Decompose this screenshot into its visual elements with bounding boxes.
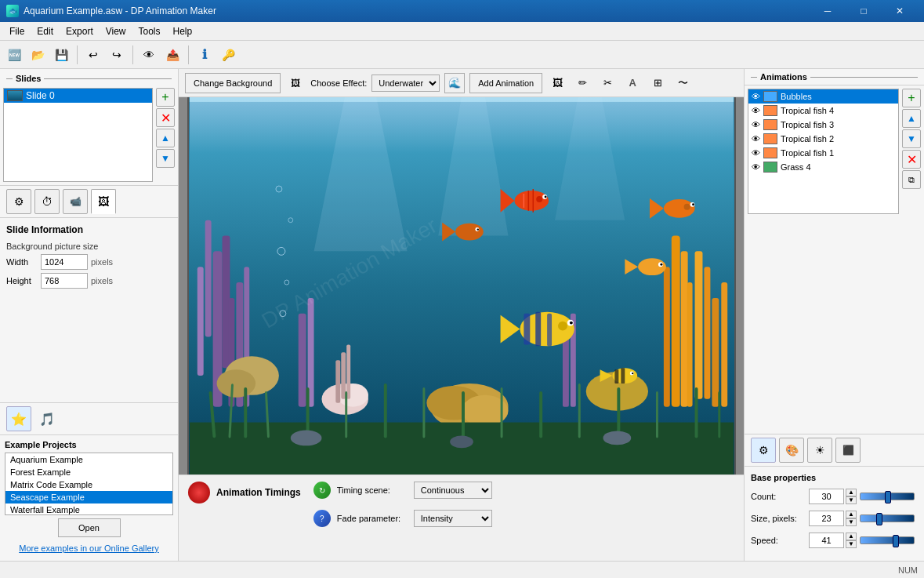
eye-icon-tropical1[interactable]: 👁	[752, 148, 760, 158]
add-anim-icon[interactable]: 🖼	[547, 73, 567, 93]
prop-tab-color[interactable]: 🎨	[779, 438, 804, 463]
remove-anim-button[interactable]: ✕	[902, 150, 921, 169]
slide-item-0[interactable]: Slide 0	[4, 89, 152, 103]
delete-anim-btn[interactable]: ✂	[597, 73, 618, 93]
anim-item-bubbles[interactable]: 👁 Bubbles	[748, 89, 898, 104]
svg-point-64	[544, 195, 546, 198]
feature-tabs: ⭐ 🎵	[0, 403, 178, 435]
redo-button[interactable]: ↪	[106, 44, 128, 66]
project-aquarium[interactable]: Aquarium Example	[5, 453, 172, 466]
music-tab[interactable]: 🎵	[34, 406, 60, 431]
wave-btn[interactable]: 〜	[672, 73, 693, 93]
anim-item-tropical3[interactable]: 👁 Tropical fish 3	[748, 118, 898, 132]
slides-list: Slide 0	[3, 88, 153, 182]
project-forest[interactable]: Forest Example	[5, 466, 172, 478]
open-project-button[interactable]: Open	[58, 518, 121, 537]
menu-file[interactable]: File	[3, 24, 31, 38]
slide-tab-video[interactable]: 📹	[63, 189, 88, 214]
move-slide-up-button[interactable]: ▲	[156, 129, 175, 147]
svg-rect-11	[205, 220, 211, 336]
copy-anim-button[interactable]: ⧉	[902, 170, 921, 189]
slide-tab-settings[interactable]: ⚙	[6, 189, 31, 214]
count-slider-thumb[interactable]	[885, 491, 891, 503]
gallery-link[interactable]: More examples in our Online Gallery	[5, 540, 173, 556]
menu-edit[interactable]: Edit	[31, 24, 60, 38]
size-label: Size, pixels:	[751, 514, 806, 523]
size-slider-thumb[interactable]	[876, 513, 882, 525]
svg-rect-47	[383, 383, 386, 437]
slide-tab-image[interactable]: 🖼	[91, 189, 116, 214]
save-button[interactable]: 💾	[50, 44, 72, 66]
undo-button[interactable]: ↩	[82, 44, 104, 66]
anim-item-tropical4[interactable]: 👁 Tropical fish 4	[748, 104, 898, 118]
size-down-button[interactable]: ▼	[846, 518, 857, 526]
text-anim-btn[interactable]: A	[622, 73, 643, 93]
project-matrix[interactable]: Matrix Code Example	[5, 478, 172, 491]
effect-preview-btn[interactable]: 🌊	[444, 73, 465, 93]
svg-point-81	[569, 321, 572, 324]
minimize-button[interactable]: ─	[810, 0, 846, 22]
edit-anim-btn[interactable]: ✏	[572, 73, 592, 93]
anim-item-grass4[interactable]: 👁 Grass 4	[748, 160, 898, 174]
anim-item-tropical2[interactable]: 👁 Tropical fish 2	[748, 132, 898, 146]
size-up-button[interactable]: ▲	[846, 511, 857, 518]
menu-export[interactable]: Export	[60, 24, 100, 38]
export-button[interactable]: 📤	[161, 44, 183, 66]
prop-tab-gear[interactable]: ⚙	[751, 438, 776, 463]
menu-view[interactable]: View	[100, 24, 132, 38]
project-waterfall[interactable]: Waterfall Example	[5, 503, 172, 515]
svg-point-79	[557, 321, 567, 330]
prop-tab-sun[interactable]: ☀	[807, 438, 832, 463]
bg-icon-btn[interactable]: 🖼	[285, 73, 306, 93]
add-animation-button[interactable]: Add Animation	[469, 73, 542, 93]
svg-rect-54	[655, 391, 658, 438]
size-input[interactable]	[809, 511, 844, 526]
move-slide-down-button[interactable]: ▼	[156, 149, 175, 168]
eye-icon-tropical4[interactable]: 👁	[752, 106, 760, 115]
info-button[interactable]: ℹ	[194, 44, 216, 66]
anim-item-tropical1[interactable]: 👁 Tropical fish 1	[748, 146, 898, 160]
down-anim-button[interactable]: ▼	[902, 129, 921, 148]
add-anim-ctrl-button[interactable]: +	[902, 89, 921, 107]
speed-row: Speed: ▲ ▼	[751, 533, 918, 548]
eye-icon-bubbles[interactable]: 👁	[752, 92, 760, 101]
slide-tab-timing[interactable]: ⏱	[34, 189, 60, 214]
width-input[interactable]	[41, 254, 88, 270]
fade-param-select[interactable]: Intensity Size Speed	[414, 510, 492, 527]
speed-input[interactable]	[809, 533, 844, 548]
svg-rect-27	[680, 251, 687, 406]
timing-scene-select[interactable]: Continuous Once Loop	[414, 482, 492, 499]
speed-slider-track[interactable]	[860, 536, 915, 544]
speed-up-button[interactable]: ▲	[846, 533, 857, 540]
grid-btn[interactable]: ⊞	[647, 73, 668, 93]
height-input[interactable]	[41, 273, 88, 289]
eye-icon-tropical3[interactable]: 👁	[752, 120, 760, 129]
speed-slider	[860, 536, 918, 544]
eye-icon-grass4[interactable]: 👁	[752, 162, 760, 172]
close-button[interactable]: ✕	[882, 0, 918, 22]
speed-slider-thumb[interactable]	[893, 535, 899, 547]
favorites-tab[interactable]: ⭐	[6, 406, 31, 431]
count-up-button[interactable]: ▲	[846, 489, 857, 496]
prop-tab-frame[interactable]: ⬛	[835, 438, 861, 463]
menu-tools[interactable]: Tools	[132, 24, 167, 38]
open-file-button[interactable]: 📂	[27, 44, 49, 66]
project-seascape[interactable]: Seascape Example	[5, 491, 172, 503]
canvas-area: DP Animation Maker	[179, 97, 744, 474]
eye-icon-tropical2[interactable]: 👁	[752, 134, 760, 144]
add-slide-button[interactable]: +	[156, 88, 175, 107]
preview-button[interactable]: 👁	[138, 44, 160, 66]
change-background-button[interactable]: Change Background	[185, 73, 281, 93]
maximize-button[interactable]: □	[846, 0, 882, 22]
count-down-button[interactable]: ▼	[846, 496, 857, 504]
up-anim-button[interactable]: ▲	[902, 109, 921, 128]
settings-button[interactable]: 🔑	[217, 44, 239, 66]
menu-help[interactable]: Help	[167, 24, 199, 38]
speed-down-button[interactable]: ▼	[846, 540, 857, 548]
count-input[interactable]	[809, 489, 844, 504]
effect-select[interactable]: Underwater Fire Rain Snow	[371, 75, 440, 92]
remove-slide-button[interactable]: ✕	[156, 108, 175, 127]
size-slider-track[interactable]	[860, 514, 915, 522]
new-button[interactable]: 🆕	[3, 44, 25, 66]
count-slider-track[interactable]	[860, 493, 915, 500]
